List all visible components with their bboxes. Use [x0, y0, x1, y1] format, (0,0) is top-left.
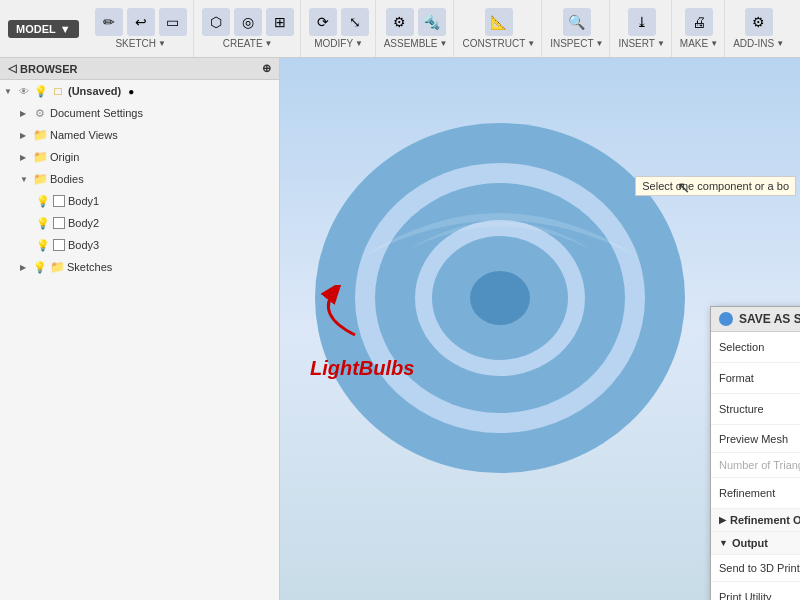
- create-grid-icon[interactable]: ⊞: [266, 8, 294, 36]
- bulb-icon-unsaved: 💡: [34, 84, 48, 98]
- gear-icon-doc: ⚙: [33, 106, 47, 120]
- toolbar-group-modify: ⟳ ⤡ MODIFY▼: [303, 0, 376, 57]
- create-label: CREATE: [223, 38, 263, 49]
- toolbar-group-create: ⬡ ◎ ⊞ CREATE▼: [196, 0, 301, 57]
- assemble-icon2[interactable]: 🔩: [418, 8, 446, 36]
- stl-row-format: Format Binary ASCII: [711, 363, 800, 394]
- create-cylinder-icon[interactable]: ◎: [234, 8, 262, 36]
- stl-header-icon: [719, 312, 733, 326]
- save-as-stl-panel: SAVE AS STL Selection ↖ Format Binary AS…: [710, 306, 800, 600]
- tree-label-doc: Document Settings: [50, 107, 143, 119]
- toolbar-group-insert: ⤓ INSERT▼: [612, 0, 671, 57]
- bulb-icon-body3: 💡: [36, 238, 50, 252]
- folder-icon-origin: 📁: [33, 150, 47, 164]
- output-section[interactable]: Output: [711, 532, 800, 555]
- stl-label-selection: Selection: [719, 341, 800, 353]
- modify-icon2[interactable]: ⤡: [341, 8, 369, 36]
- sketch-undo-icon[interactable]: ↩: [127, 8, 155, 36]
- stl-row-send-3d: Send to 3D Print Utility ✓: [711, 555, 800, 582]
- tree-item-body3[interactable]: 💡 Body3: [0, 234, 279, 256]
- body-square-body1: [53, 195, 65, 207]
- tree-item-named-views[interactable]: ▶ 📁 Named Views: [0, 124, 279, 146]
- browser-header: ◁ BROWSER ⊕: [0, 58, 279, 80]
- stl-label-structure: Structure: [719, 403, 800, 415]
- toolbar-group-make: 🖨 MAKE▼: [674, 0, 725, 57]
- stl-label-print-utility: Print Utility: [719, 591, 800, 600]
- refinement-options-section[interactable]: Refinement Options: [711, 509, 800, 532]
- tree-label-body1: Body1: [68, 195, 99, 207]
- sketch-label: SKETCH: [115, 38, 156, 49]
- toolbar-group-construct: 📐 CONSTRUCT▼: [456, 0, 542, 57]
- make-icon[interactable]: 🖨: [685, 8, 713, 36]
- toolbar-group-inspect: 🔍 INSPECT▼: [544, 0, 610, 57]
- stl-row-preview-mesh: Preview Mesh: [711, 425, 800, 453]
- modify-label: MODIFY: [314, 38, 353, 49]
- stl-panel-header: SAVE AS STL: [711, 307, 800, 332]
- toolbar-group-assemble: ⚙ 🔩 ASSEMBLE▼: [378, 0, 455, 57]
- tree-item-body1[interactable]: 💡 Body1: [0, 190, 279, 212]
- tree-arrow-origin: ▶: [20, 153, 30, 162]
- tree-label-body2: Body2: [68, 217, 99, 229]
- tree-item-bodies[interactable]: ▼ 📁 Bodies: [0, 168, 279, 190]
- tree-item-doc-settings[interactable]: ▶ ⚙ Document Settings: [0, 102, 279, 124]
- bulb-icon-sketches: 💡: [33, 260, 47, 274]
- browser-search-icon[interactable]: ⊕: [262, 62, 271, 75]
- folder-icon-sketches: 📁: [50, 260, 64, 274]
- stl-row-print-utility: Print Utility Custom Meshmixer: [711, 582, 800, 600]
- body-square-body3: [53, 239, 65, 251]
- insert-icon[interactable]: ⤓: [628, 8, 656, 36]
- tree-label-bodies: Bodies: [50, 173, 84, 185]
- tree-item-body2[interactable]: 💡 Body2: [0, 212, 279, 234]
- stl-label-triangles: Number of Triangles: [719, 459, 800, 471]
- stl-row-triangles: Number of Triangles 0: [711, 453, 800, 478]
- modify-icon[interactable]: ⟳: [309, 8, 337, 36]
- assemble-icon[interactable]: ⚙: [386, 8, 414, 36]
- tree-arrow-unsaved: ▼: [4, 87, 14, 96]
- folder-icon-bodies: 📁: [33, 172, 47, 186]
- browser-title: BROWSER: [20, 63, 77, 75]
- folder-icon-views: 📁: [33, 128, 47, 142]
- tree-item-sketches[interactable]: ▶ 💡 📁 Sketches: [0, 256, 279, 278]
- construct-icon[interactable]: 📐: [485, 8, 513, 36]
- main-canvas: LightBulbs Select one component or a bo …: [280, 58, 800, 600]
- toolbar: MODEL ▼ ✏ ↩ ▭ SKETCH▼ ⬡ ◎ ⊞ CREATE▼ ⟳ ⤡ …: [0, 0, 800, 58]
- make-label: MAKE: [680, 38, 708, 49]
- toolbar-group-addins: ⚙ ADD-INS▼: [727, 0, 790, 57]
- tree-label-origin: Origin: [50, 151, 79, 163]
- stl-row-selection: Selection ↖: [711, 332, 800, 363]
- inspect-icon[interactable]: 🔍: [563, 8, 591, 36]
- tooltip: Select one component or a bo: [635, 176, 796, 196]
- arrow-annotation: [295, 285, 375, 345]
- insert-label: INSERT: [618, 38, 655, 49]
- tree-arrow-views: ▶: [20, 131, 30, 140]
- body-square-body2: [53, 217, 65, 229]
- output-label: Output: [732, 537, 768, 549]
- sketch-rect-icon[interactable]: ▭: [159, 8, 187, 36]
- stl-panel-title: SAVE AS STL: [739, 312, 800, 326]
- model-label: MODEL: [16, 23, 56, 35]
- toolbar-group-sketch: ✏ ↩ ▭ SKETCH▼: [89, 0, 194, 57]
- create-box-icon[interactable]: ⬡: [202, 8, 230, 36]
- browser-collapse-icon[interactable]: ◁: [8, 62, 16, 75]
- model-arrow: ▼: [60, 23, 71, 35]
- cursor-indicator: ↖: [677, 178, 690, 197]
- lightbulbs-annotation: LightBulbs: [310, 357, 414, 380]
- stl-label-refinement: Refinement: [719, 487, 800, 499]
- tree-label-body3: Body3: [68, 239, 99, 251]
- construct-label: CONSTRUCT: [462, 38, 525, 49]
- tree-arrow-bodies: ▼: [20, 175, 30, 184]
- refinement-options-label: Refinement Options: [730, 514, 800, 526]
- addins-icon[interactable]: ⚙: [745, 8, 773, 36]
- eye-icon-unsaved: 👁: [17, 84, 31, 98]
- tree-label-unsaved: (Unsaved): [68, 85, 121, 97]
- tree-item-origin[interactable]: ▶ 📁 Origin: [0, 146, 279, 168]
- model-button[interactable]: MODEL ▼: [8, 20, 79, 38]
- addins-label: ADD-INS: [733, 38, 774, 49]
- tree-item-unsaved[interactable]: ▼ 👁 💡 □ (Unsaved) ●: [0, 80, 279, 102]
- inner-ring-inner: [470, 271, 530, 325]
- stl-label-format: Format: [719, 372, 800, 384]
- inspect-label: INSPECT: [550, 38, 593, 49]
- stl-row-structure: Structure One File One File Per Body: [711, 394, 800, 425]
- sketch-pencil-icon[interactable]: ✏: [95, 8, 123, 36]
- tree-label-views: Named Views: [50, 129, 118, 141]
